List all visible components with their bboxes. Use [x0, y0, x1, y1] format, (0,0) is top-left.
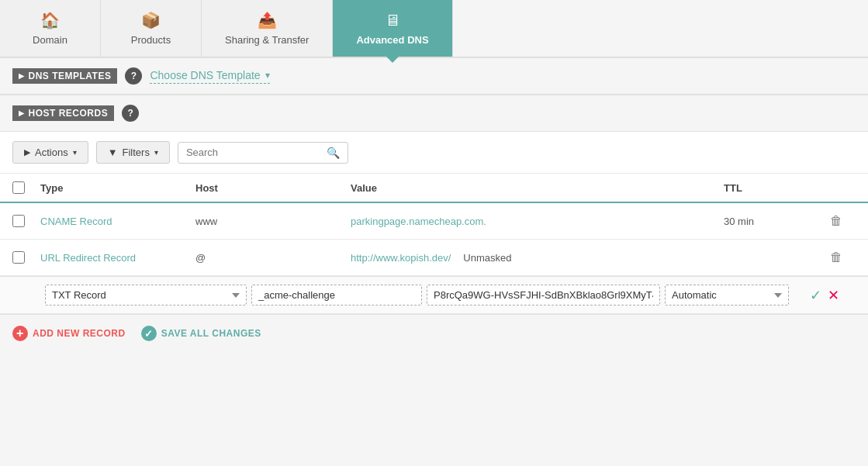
host-records-toolbar: ▶ Actions ▾ ▼ Filters ▾ 🔍: [0, 132, 868, 174]
row2-extra: Unmasked: [463, 252, 511, 264]
tab-sharing[interactable]: 📤 Sharing & Transfer: [202, 0, 333, 57]
edit-host-input[interactable]: [251, 285, 422, 305]
filters-button[interactable]: ▼ Filters ▾: [96, 141, 170, 164]
chevron-down-icon: ▾: [265, 70, 270, 81]
row1-value: parkingpage.namecheap.com.: [351, 216, 724, 227]
save-changes-label: SAVE ALL CHANGES: [161, 328, 261, 339]
advanced-dns-icon: 🖥: [385, 12, 400, 29]
footer-bar: + ADD NEW RECORD ✓ SAVE ALL CHANGES: [0, 314, 868, 352]
edit-ttl-select[interactable]: Automatic 1 min 5 min 30 min 1 hour Cust…: [665, 285, 789, 305]
domain-icon: 🏠: [40, 11, 60, 29]
row1-delete-button[interactable]: 🗑: [817, 214, 856, 228]
cancel-edit-button[interactable]: ✕: [828, 287, 839, 304]
row1-type: CNAME Record: [40, 216, 195, 227]
row1-host: www: [195, 216, 351, 227]
value-col-header: Value: [351, 182, 724, 194]
edit-type-col[interactable]: A Record AAAA Record CNAME Record MX Rec…: [45, 285, 247, 305]
sharing-icon: 📤: [258, 11, 277, 29]
row1-checkbox-col[interactable]: [12, 215, 40, 227]
actions-chevron-icon: ▾: [73, 148, 77, 157]
row2-checkbox[interactable]: [12, 251, 25, 264]
tab-sharing-label: Sharing & Transfer: [225, 34, 309, 46]
filters-chevron-icon: ▾: [154, 148, 158, 157]
actions-button[interactable]: ▶ Actions ▾: [12, 141, 88, 164]
records-table: Type Host Value TTL CNAME Record www par…: [0, 174, 868, 314]
select-all-checkbox[interactable]: [12, 181, 25, 194]
dns-templates-help[interactable]: ?: [125, 67, 142, 85]
table-row: URL Redirect Record @ http://www.kopish.…: [0, 240, 868, 276]
search-input[interactable]: [186, 147, 320, 158]
tab-bar: 🏠 Domain 📦 Products 📤 Sharing & Transfer…: [0, 0, 868, 57]
tab-products-label: Products: [131, 34, 171, 46]
tab-products[interactable]: 📦 Products: [101, 0, 202, 57]
dns-template-placeholder: Choose DNS Template: [150, 69, 260, 81]
add-icon: +: [12, 326, 28, 341]
dns-template-select[interactable]: Choose DNS Template ▾: [150, 69, 269, 84]
row2-delete-button[interactable]: 🗑: [817, 250, 856, 264]
tab-domain-label: Domain: [33, 34, 67, 46]
host-records-help[interactable]: ?: [122, 105, 139, 122]
edit-actions: ✓ ✕: [794, 287, 856, 304]
search-icon: 🔍: [327, 147, 340, 159]
row2-host: @: [195, 252, 351, 264]
host-col-header: Host: [195, 182, 351, 194]
tab-domain[interactable]: 🏠 Domain: [0, 0, 101, 57]
products-icon: 📦: [141, 11, 161, 29]
select-all-col[interactable]: [12, 181, 40, 194]
save-icon: ✓: [141, 326, 157, 341]
row2-value: http://www.kopish.dev/: [351, 252, 451, 264]
save-changes-button[interactable]: ✓ SAVE ALL CHANGES: [141, 326, 261, 341]
play-icon: ▶: [24, 147, 30, 157]
row2-type: URL Redirect Record: [40, 252, 195, 264]
table-header: Type Host Value TTL: [0, 174, 868, 203]
edit-ttl-col[interactable]: Automatic 1 min 5 min 30 min 1 hour Cust…: [665, 285, 789, 305]
edit-row: A Record AAAA Record CNAME Record MX Rec…: [0, 276, 868, 314]
table-row: CNAME Record www parkingpage.namecheap.c…: [0, 203, 868, 240]
edit-value-col[interactable]: [427, 285, 660, 305]
filters-label: Filters: [123, 147, 150, 158]
ttl-col-header: TTL: [724, 182, 817, 194]
dns-templates-section: DNS TEMPLATES ? Choose DNS Template ▾: [0, 57, 868, 95]
actions-label: Actions: [35, 147, 68, 158]
tab-advanced-dns[interactable]: 🖥 Advanced DNS: [333, 0, 452, 57]
host-records-title: HOST RECORDS: [12, 105, 114, 121]
edit-type-select[interactable]: A Record AAAA Record CNAME Record MX Rec…: [45, 285, 247, 305]
host-records-section: HOST RECORDS ? ▶ Actions ▾ ▼ Filters ▾ 🔍…: [0, 95, 868, 352]
host-records-header: HOST RECORDS ?: [0, 95, 868, 132]
dns-templates-header: DNS TEMPLATES ? Choose DNS Template ▾: [0, 57, 868, 95]
confirm-edit-button[interactable]: ✓: [810, 287, 821, 304]
add-record-label: ADD NEW RECORD: [33, 328, 126, 339]
search-box[interactable]: 🔍: [178, 142, 348, 164]
tab-advanced-dns-label: Advanced DNS: [356, 34, 428, 46]
type-col-header: Type: [40, 182, 195, 194]
edit-host-col[interactable]: [251, 285, 422, 305]
dns-templates-title: DNS TEMPLATES: [12, 68, 117, 84]
add-record-button[interactable]: + ADD NEW RECORD: [12, 326, 126, 341]
row1-ttl: 30 min: [724, 216, 817, 227]
row2-value-group: http://www.kopish.dev/ Unmasked: [351, 252, 724, 264]
row1-checkbox[interactable]: [12, 215, 25, 227]
filter-icon: ▼: [108, 147, 118, 158]
edit-value-input[interactable]: [427, 285, 660, 305]
row2-checkbox-col[interactable]: [12, 251, 40, 264]
